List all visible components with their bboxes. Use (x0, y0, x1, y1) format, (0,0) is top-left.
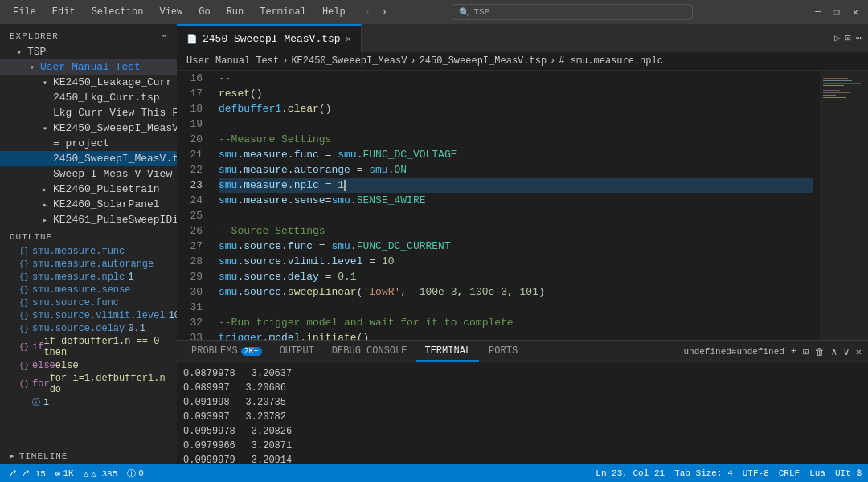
terminal-col2: 3.20782 (246, 410, 286, 424)
outline-item-smu-source-delay[interactable]: {} smu.source.delay 0.1 (0, 322, 177, 335)
status-line-ending[interactable]: CRLF (779, 468, 800, 478)
outline-icon-delay: {} (19, 325, 29, 333)
status-warnings[interactable]: △ △ 385 (84, 468, 118, 479)
sidebar-item-tsp[interactable]: ▾ TSP (0, 44, 177, 59)
terminal-content[interactable]: 0.08799783.206370.0899973.206860.0919983… (177, 363, 868, 464)
term-collapse-btn[interactable]: ∧ (831, 346, 837, 358)
search-box[interactable]: 🔍 TSP (452, 4, 693, 20)
sidebar-header-icons: ⋯ (161, 31, 167, 41)
nav-forward[interactable]: › (378, 6, 391, 18)
sidebar-label-ke2460-solar: KE2460_SolarPanel (51, 198, 160, 210)
breadcrumb-user-manual[interactable]: User Manual Test (186, 55, 279, 67)
menu-selection[interactable]: Selection (85, 5, 150, 19)
tab-2450-sweepi[interactable]: 📄 2450_SweeepI_MeasV.tsp ✕ (177, 24, 362, 52)
tab-ports[interactable]: PORTS (481, 342, 526, 362)
outline-item-else[interactable]: {} else else (0, 359, 177, 372)
status-branch[interactable]: ⎇ ⎇ 15 (6, 468, 46, 479)
term-split-btn[interactable]: ⊡ (803, 346, 809, 358)
outline-item-smu-measure-autorange[interactable]: {} smu.measure.autorange (0, 258, 177, 271)
term-close-btn[interactable]: ✕ (856, 346, 862, 358)
sidebar-item-ke2461[interactable]: ▸ KE2461_PulseSweepIDigitizeV (0, 212, 177, 227)
outline-icon-nplc: {} (19, 273, 29, 282)
code-lines[interactable]: --reset()defbuffer1.clear() --Measure Se… (212, 71, 820, 340)
menu-view[interactable]: View (153, 5, 189, 19)
breadcrumb-file[interactable]: 2450_SweeepI_MeasV.tsp (420, 55, 547, 67)
outline-item-smu-source-vlimit[interactable]: {} smu.source.vlimit.level 10 (0, 309, 177, 322)
sidebar-item-ke2460-pulse[interactable]: ▸ KE2460_Pulsetrain (0, 182, 177, 197)
sidebar-item-ke2450-leakage[interactable]: ▾ KE2450_Leakage_Curr (0, 75, 177, 90)
code-line-18: defbuffer1.clear() (219, 101, 813, 116)
win-minimize[interactable]: ─ (812, 6, 824, 18)
outline-item-for[interactable]: () for for i=1,defbuffer1.n do (0, 372, 177, 396)
terminal-row: 0.09599783.20826 (183, 424, 862, 439)
info-count: 0 (138, 468, 144, 478)
outline-item-smu-measure-sense[interactable]: {} smu.measure.sense (0, 284, 177, 296)
sidebar-item-ke2460-solar[interactable]: ▸ KE2460_SolarPanel (0, 197, 177, 212)
outline-item-if[interactable]: {} if if defbuffer1.n == 0 then (0, 335, 177, 359)
split-btn[interactable]: ⊡ (845, 32, 851, 44)
status-language[interactable]: Lua (809, 468, 825, 478)
status-bar: ⎇ ⎇ 15 ⊗ 1K △ △ 385 ⓘ 0 Ln 23, Col 21 Ta… (0, 464, 868, 482)
code-editor[interactable]: 1617181920212223242526272829303132333435… (177, 71, 868, 340)
term-add-btn[interactable]: + (791, 346, 796, 357)
timeline-header[interactable]: ▸ TIMELINE (0, 446, 177, 464)
breadcrumb-sep-2: › (410, 55, 416, 67)
terminal-col1: 0.0959978 (183, 424, 235, 439)
sidebar-item-sweep-view[interactable]: Sweep I Meas V View This First.pdf (0, 166, 177, 182)
menu-go[interactable]: Go (192, 5, 216, 19)
sidebar-item-lkg-view[interactable]: Lkg Curr View This First.pdf (0, 105, 177, 120)
sidebar-item-2450-lkg[interactable]: 2450_Lkg_Curr.tsp (0, 90, 177, 105)
outline-item-i[interactable]: ⓘ i (0, 396, 177, 409)
sidebar-menu-icon[interactable]: ⋯ (161, 31, 167, 41)
outline-item-smu-source-func[interactable]: {} smu.source.func (0, 296, 177, 309)
breadcrumb: User Manual Test › KE2450_SweeepI_MeasV … (177, 52, 868, 71)
status-errors[interactable]: ⊗ 1K (55, 468, 74, 479)
outline-item-smu-measure-nplc[interactable]: {} smu.measure.nplc 1 (0, 271, 177, 284)
info-icon: ⓘ (127, 468, 136, 480)
tree-arrow-ke2460-solar: ▸ (39, 200, 51, 210)
win-maximize[interactable]: ❐ (831, 6, 843, 18)
breadcrumb-sep-1: › (282, 55, 288, 67)
menu-edit[interactable]: Edit (46, 5, 82, 19)
sidebar-item-project[interactable]: ≡ project (0, 136, 177, 151)
term-expand-btn[interactable]: ∨ (844, 346, 850, 358)
code-line-31 (219, 300, 813, 315)
status-position[interactable]: Ln 23, Col 21 (596, 468, 665, 478)
tab-bar: 📄 2450_SweeepI_MeasV.tsp ✕ ▷ ⊡ ⋯ (177, 24, 868, 52)
sidebar-item-ke2450-sweepi[interactable]: ▾ KE2450_SweeepI_MeasV (0, 120, 177, 136)
menu-run[interactable]: Run (220, 5, 251, 19)
terminal-row: 0.0899973.20686 (183, 381, 862, 395)
breadcrumb-ke2450[interactable]: KE2450_SweeepI_MeasV (291, 55, 407, 67)
outline-label-smu-source-func: smu.source.func (32, 297, 119, 308)
outline-label-smu-source-vlimit: smu.source.vlimit.level (32, 310, 166, 321)
run-btn[interactable]: ▷ (834, 32, 840, 44)
outline-item-smu-measure-func[interactable]: {} smu.measure.func (0, 245, 177, 258)
outline-label-i: i (43, 397, 49, 408)
terminal-col1: 0.0879978 (183, 366, 235, 381)
status-tab-size[interactable]: Tab Size: 4 (674, 468, 733, 478)
warning-icon: △ (84, 468, 89, 479)
nav-back[interactable]: ‹ (362, 6, 375, 18)
win-close[interactable]: ✕ (850, 6, 862, 18)
tab-terminal[interactable]: TERMINAL (416, 342, 479, 362)
tab-close-btn[interactable]: ✕ (346, 33, 351, 45)
sidebar-item-2450-sweepi-tsp[interactable]: 2450_SweeepI_MeasV.tsp (0, 151, 177, 166)
outline-icon-if: {} (19, 343, 29, 352)
tab-debug-console[interactable]: DEBUG CONSOLE (324, 342, 416, 362)
tab-output[interactable]: OUTPUT (272, 342, 322, 362)
outline-header[interactable]: OUTLINE (0, 227, 177, 245)
sidebar-label-ke2450-leakage: KE2450_Leakage_Curr (51, 76, 172, 88)
menu-file[interactable]: File (6, 5, 43, 19)
sidebar-item-user-manual-test[interactable]: ▾ User Manual Test (0, 59, 177, 75)
status-encoding[interactable]: UTF-8 (743, 468, 769, 478)
breadcrumb-symbol[interactable]: # smu.measure.nplc (559, 55, 663, 67)
more-btn[interactable]: ⋯ (856, 32, 862, 44)
status-feedback[interactable]: UIt $ (835, 468, 862, 478)
term-trash-btn[interactable]: 🗑 (815, 346, 825, 358)
error-count: 1K (63, 468, 73, 478)
code-line-20: --Measure Settings (219, 132, 813, 147)
menu-help[interactable]: Help (316, 5, 352, 19)
status-info[interactable]: ⓘ 0 (127, 468, 144, 480)
menu-terminal[interactable]: Terminal (253, 5, 313, 19)
tab-problems[interactable]: PROBLEMS2K+ (183, 342, 270, 362)
